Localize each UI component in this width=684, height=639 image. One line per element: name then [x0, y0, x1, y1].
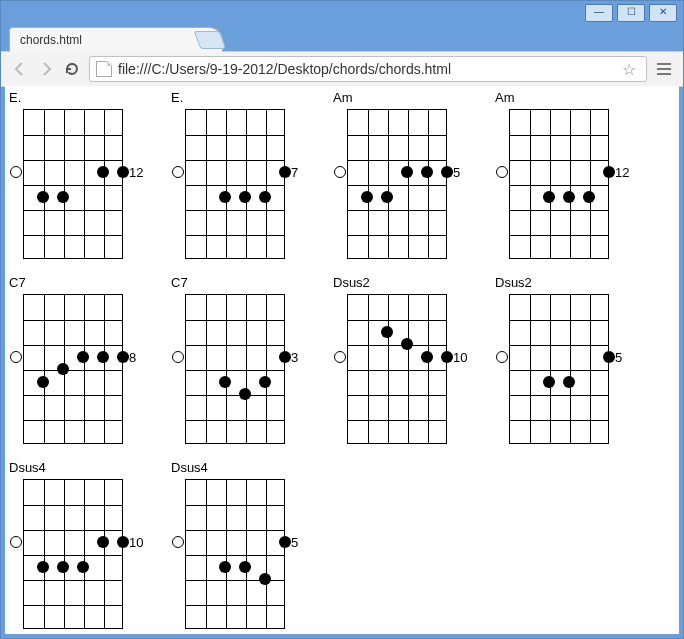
open-string-marker	[334, 166, 346, 178]
fret-number-label: 10	[129, 534, 143, 549]
tab-chords[interactable]: chords.html ×	[9, 27, 223, 52]
open-string-marker	[172, 166, 184, 178]
tab-strip: chords.html ×	[1, 25, 683, 51]
forward-button[interactable]	[33, 56, 59, 82]
fret-number-label: 12	[615, 164, 629, 179]
fretboard: 12	[9, 109, 143, 261]
chord-name: Dsus4	[9, 460, 143, 476]
finger-dot	[401, 338, 413, 350]
chord-name: Dsus4	[171, 460, 305, 476]
tab-title: chords.html	[20, 33, 82, 47]
fretboard: 5	[495, 294, 629, 446]
chord-name: Am	[495, 90, 629, 106]
window-titlebar[interactable]: — ☐ ✕	[1, 1, 683, 25]
open-string-marker	[172, 536, 184, 548]
finger-dot	[603, 166, 615, 178]
finger-dot	[381, 326, 393, 338]
finger-dot	[97, 166, 109, 178]
reload-button[interactable]	[59, 56, 85, 82]
menu-button[interactable]	[651, 56, 677, 82]
finger-dot	[117, 166, 129, 178]
chord-name: C7	[171, 275, 305, 291]
chord-diagram: Am5	[333, 90, 467, 261]
finger-dot	[259, 573, 271, 585]
finger-dot	[361, 191, 373, 203]
chord-name: Am	[333, 90, 467, 106]
chord-name: C7	[9, 275, 143, 291]
window-minimize-button[interactable]: —	[585, 4, 613, 22]
chord-diagram: E.12	[9, 90, 143, 261]
fretboard: 8	[9, 294, 143, 446]
finger-dot	[563, 376, 575, 388]
finger-dot	[441, 351, 453, 363]
chord-diagram: C73	[171, 275, 305, 446]
chord-grid: E.12E.7Am5Am12C78C73Dsus210Dsus25Dsus410…	[9, 90, 675, 631]
finger-dot	[421, 166, 433, 178]
finger-dot	[401, 166, 413, 178]
address-bar[interactable]: file:///C:/Users/9-19-2012/Desktop/chord…	[89, 56, 647, 82]
chord-diagram: Am12	[495, 90, 629, 261]
fretboard: 5	[333, 109, 467, 261]
finger-dot	[239, 561, 251, 573]
finger-dot	[441, 166, 453, 178]
window-close-button[interactable]: ✕	[649, 4, 677, 22]
finger-dot	[381, 191, 393, 203]
browser-window: — ☐ ✕ chords.html × file:///C:/Users/9-1…	[0, 0, 684, 639]
menu-icon	[657, 63, 671, 75]
reload-icon	[64, 61, 80, 77]
finger-dot	[77, 351, 89, 363]
fretboard: 10	[333, 294, 467, 446]
open-string-marker	[10, 166, 22, 178]
finger-dot	[239, 388, 251, 400]
fretboard: 10	[9, 479, 143, 631]
open-string-marker	[10, 351, 22, 363]
finger-dot	[219, 191, 231, 203]
finger-dot	[603, 351, 615, 363]
chord-diagram: Dsus45	[171, 460, 305, 631]
finger-dot	[97, 536, 109, 548]
finger-dot	[97, 351, 109, 363]
chord-diagram: Dsus210	[333, 275, 467, 446]
finger-dot	[279, 351, 291, 363]
fret-number-label: 7	[291, 164, 298, 179]
back-arrow-icon	[12, 61, 28, 77]
window-maximize-button[interactable]: ☐	[617, 4, 645, 22]
back-button[interactable]	[7, 56, 33, 82]
finger-dot	[57, 191, 69, 203]
finger-dot	[117, 351, 129, 363]
finger-dot	[279, 166, 291, 178]
finger-dot	[583, 191, 595, 203]
finger-dot	[259, 376, 271, 388]
finger-dot	[239, 191, 251, 203]
fret-number-label: 5	[453, 164, 460, 179]
open-string-marker	[496, 166, 508, 178]
chord-name: Dsus2	[333, 275, 467, 291]
chord-diagram: E.7	[171, 90, 305, 261]
url-text: file:///C:/Users/9-19-2012/Desktop/chord…	[118, 61, 618, 77]
fret-number-label: 5	[291, 534, 298, 549]
fretboard: 7	[171, 109, 305, 261]
open-string-marker	[334, 351, 346, 363]
bookmark-star-icon[interactable]: ☆	[618, 60, 640, 79]
finger-dot	[219, 376, 231, 388]
finger-dot	[117, 536, 129, 548]
finger-dot	[219, 561, 231, 573]
chord-name: Dsus2	[495, 275, 629, 291]
fret-number-label: 3	[291, 349, 298, 364]
chord-name: E.	[9, 90, 143, 106]
page-content: E.12E.7Am5Am12C78C73Dsus210Dsus25Dsus410…	[5, 86, 679, 634]
finger-dot	[421, 351, 433, 363]
chord-diagram: Dsus410	[9, 460, 143, 631]
toolbar: file:///C:/Users/9-19-2012/Desktop/chord…	[1, 51, 683, 87]
file-icon	[96, 61, 112, 77]
finger-dot	[37, 191, 49, 203]
fretboard: 5	[171, 479, 305, 631]
finger-dot	[57, 363, 69, 375]
finger-dot	[279, 536, 291, 548]
fret-number-label: 10	[453, 349, 467, 364]
finger-dot	[37, 561, 49, 573]
fret-number-label: 12	[129, 164, 143, 179]
finger-dot	[37, 376, 49, 388]
open-string-marker	[496, 351, 508, 363]
fretboard: 3	[171, 294, 305, 446]
